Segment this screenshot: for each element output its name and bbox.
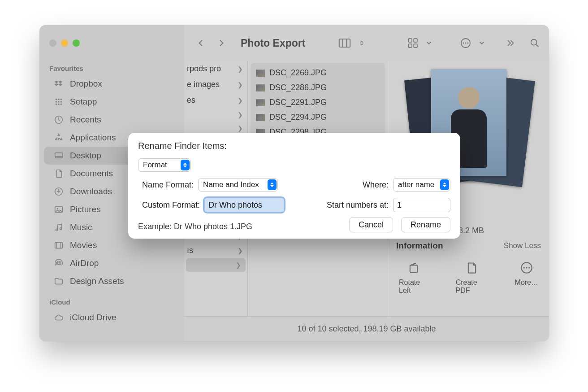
svg-point-3 xyxy=(56,101,57,103)
sidebar-item-airdrop[interactable]: AirDrop xyxy=(44,254,180,272)
file-list: DSC_2269.JPGDSC_2286.JPGDSC_2291.JPGDSC_… xyxy=(251,63,385,142)
sidebar-item-label: Recents xyxy=(70,115,101,125)
file-thumbnail xyxy=(256,70,265,77)
sidebar-item-label: Desktop xyxy=(70,151,101,161)
sidebar-item-dropbox[interactable]: Dropbox xyxy=(44,75,180,93)
folder-label: rpods pro xyxy=(187,64,221,74)
chevron-right-icon: ❯ xyxy=(236,261,241,269)
svg-rect-21 xyxy=(339,39,350,47)
toolbar: Photo Export xyxy=(184,25,549,61)
view-columns-button[interactable] xyxy=(329,37,370,49)
svg-point-5 xyxy=(61,101,62,103)
start-numbers-input[interactable] xyxy=(393,198,450,212)
sidebar-item-label: Downloads xyxy=(70,187,112,196)
folder-label: e images xyxy=(187,80,220,89)
file-item[interactable]: DSC_2286.JPG xyxy=(254,80,381,95)
dialog-title: Rename Finder Items: xyxy=(138,141,450,151)
chevron-right-icon: ❯ xyxy=(238,65,243,73)
name-format-value: Name and Index xyxy=(203,180,259,189)
file-item[interactable]: DSC_2294.JPG xyxy=(254,110,381,125)
back-button[interactable] xyxy=(194,36,208,50)
folder-item[interactable]: rpods pro❯ xyxy=(184,61,247,77)
action-menu-button[interactable] xyxy=(450,37,490,49)
forward-button[interactable] xyxy=(215,36,228,50)
minimize-button[interactable] xyxy=(61,39,68,47)
svg-rect-34 xyxy=(410,265,417,272)
select-arrows-icon xyxy=(268,179,277,190)
sidebar-section-icloud: iCloud xyxy=(39,295,184,309)
name-format-label: Name Format: xyxy=(138,180,194,190)
svg-point-8 xyxy=(61,104,62,105)
sidebar-item-label: Dropbox xyxy=(70,79,102,89)
clock-icon xyxy=(54,115,64,125)
overflow-button[interactable] xyxy=(502,37,519,49)
search-button[interactable] xyxy=(527,37,543,49)
rotate-left-icon xyxy=(407,261,420,274)
svg-point-38 xyxy=(528,267,530,268)
chevron-right-icon: ❯ xyxy=(238,125,243,132)
grid-icon xyxy=(405,37,421,49)
cancel-button[interactable]: Cancel xyxy=(349,217,393,232)
rename-button[interactable]: Rename xyxy=(401,217,450,232)
sidebar-item-label: Design Assets xyxy=(70,276,124,286)
rename-mode-select[interactable]: Format xyxy=(138,158,191,172)
folder-item[interactable]: es❯ xyxy=(184,92,247,108)
file-item[interactable]: DSC_2291.JPG xyxy=(254,95,381,110)
file-item[interactable]: DSC_2269.JPG xyxy=(254,65,381,80)
start-numbers-label: Start numbers at: xyxy=(327,200,389,210)
sidebar-item-label: Music xyxy=(70,222,92,232)
folder-item[interactable]: e images❯ xyxy=(184,77,247,92)
folder-label: es xyxy=(187,96,195,105)
ellipsis-circle-icon xyxy=(458,37,474,49)
grid-icon xyxy=(54,97,64,107)
airdrop-icon xyxy=(54,258,64,268)
show-less-button[interactable]: Show Less xyxy=(504,241,541,250)
sidebar-item-design-assets[interactable]: Design Assets xyxy=(44,272,180,290)
folder-item[interactable]: ❯ xyxy=(186,258,246,272)
folder-icon xyxy=(54,276,64,286)
svg-rect-10 xyxy=(55,153,63,158)
sidebar-item-label: Setapp xyxy=(70,97,97,107)
svg-point-36 xyxy=(523,267,524,268)
music-icon xyxy=(54,222,64,232)
create-pdf-label: Create PDF xyxy=(456,279,488,295)
chevron-right-icon: ❯ xyxy=(238,97,243,104)
rename-dialog: Rename Finder Items: Format Name Format:… xyxy=(128,133,460,239)
file-name: DSC_2269.JPG xyxy=(269,68,327,78)
sidebar-item-recents[interactable]: Recents xyxy=(44,111,180,129)
rotate-left-action[interactable]: Rotate Left xyxy=(399,261,429,295)
folder-label: ıs xyxy=(187,246,193,255)
sidebar-item-movies[interactable]: Movies xyxy=(44,236,180,254)
svg-rect-25 xyxy=(414,39,417,42)
finder-window: Favourites DropboxSetappRecentsApplicati… xyxy=(39,25,549,341)
svg-point-4 xyxy=(58,101,60,103)
status-bar: 10 of 10 selected, 198.19 GB available xyxy=(184,316,549,341)
select-arrows-icon xyxy=(181,160,190,170)
create-pdf-action[interactable]: Create PDF xyxy=(456,261,488,295)
close-button[interactable] xyxy=(49,39,56,47)
desktop-icon xyxy=(54,151,64,161)
custom-format-label: Custom Format: xyxy=(138,200,200,210)
folder-item[interactable]: ıs❯ xyxy=(184,243,247,258)
file-name: DSC_2286.JPG xyxy=(269,83,327,92)
fullscreen-button[interactable] xyxy=(73,39,80,47)
folder-item[interactable]: ❯ xyxy=(184,108,247,122)
custom-format-input[interactable] xyxy=(204,198,284,212)
more-actions[interactable]: More… xyxy=(515,261,538,295)
sidebar-section-favourites: Favourites xyxy=(39,61,184,75)
svg-line-33 xyxy=(536,44,539,47)
movie-icon xyxy=(54,240,64,250)
sidebar-item-setapp[interactable]: Setapp xyxy=(44,93,180,111)
svg-point-20 xyxy=(57,262,60,265)
download-icon xyxy=(54,187,64,196)
where-select[interactable]: after name xyxy=(393,178,450,192)
svg-point-0 xyxy=(56,99,57,100)
svg-rect-26 xyxy=(408,44,412,48)
rotate-left-label: Rotate Left xyxy=(399,279,429,295)
name-format-select[interactable]: Name and Index xyxy=(198,178,278,192)
sidebar-item-icloud-drive[interactable]: iCloud Drive xyxy=(44,309,180,327)
group-by-button[interactable] xyxy=(397,37,437,49)
svg-point-31 xyxy=(467,43,469,44)
chevron-updown-icon xyxy=(354,37,370,49)
ellipsis-circle-icon xyxy=(520,261,533,274)
